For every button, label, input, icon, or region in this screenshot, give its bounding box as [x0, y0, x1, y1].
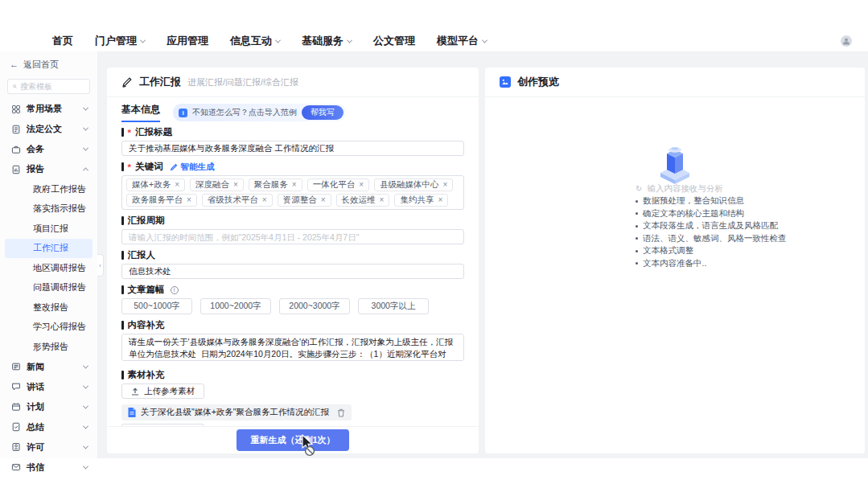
remove-tag-icon[interactable]: × — [187, 196, 191, 204]
sidebar-item-regional-research-report[interactable]: 地区调研报告 — [5, 258, 93, 278]
sidebar-group-letters[interactable]: 书信 — [0, 457, 97, 478]
sidebar-collapse-handle[interactable]: ‹ — [97, 254, 104, 277]
chevron-down-icon — [83, 146, 88, 151]
sidebar-item-learning-report[interactable]: 学习心得报告 — [5, 318, 93, 338]
sidebar-group-news[interactable]: 新闻 — [0, 357, 97, 377]
sidebar-item-project-report[interactable]: 项目汇报 — [5, 219, 93, 239]
nav-item-basic-services[interactable]: 基础服务 — [302, 34, 352, 48]
chevron-down-icon — [140, 37, 146, 43]
keyword-tag[interactable]: 县级融媒体中心× — [374, 178, 453, 191]
smart-generate-link[interactable]: 智能生成 — [170, 162, 214, 173]
nav-item-document-mgmt[interactable]: 公文管理 — [373, 34, 415, 48]
step-item: 确定文本的核心主题和结构 — [636, 207, 787, 220]
app-window: 首页 门户管理 应用管理 信息互动 基础服务 公文管理 模型平台 ← 返回首页 … — [0, 0, 868, 488]
remove-tag-icon[interactable]: × — [262, 196, 267, 204]
chevron-down-icon — [83, 105, 88, 111]
remove-tag-icon[interactable]: × — [321, 196, 326, 204]
sidebar-group-permits[interactable]: 许可 — [0, 437, 97, 457]
bullet-icon — [636, 262, 638, 265]
length-option-1000-2000[interactable]: 1000~2000字 — [200, 298, 271, 314]
work-report-form-card: 工作汇报 进展汇报/问题汇报/综合汇报 基本信息 i 不知道怎么写？点击导入范例… — [107, 68, 479, 453]
length-option-2000-3000[interactable]: 2000~3000字 — [279, 298, 350, 314]
nav-item-model-platform[interactable]: 模型平台 — [437, 34, 487, 48]
person-icon — [842, 37, 850, 45]
keyword-tag[interactable]: 聚合服务× — [249, 178, 302, 191]
remove-tag-icon[interactable]: × — [438, 196, 442, 204]
sidebar-group-speeches[interactable]: 讲话 — [0, 377, 97, 397]
sidebar-group-summaries[interactable]: 总结 — [0, 417, 97, 437]
keyword-tag[interactable]: 集约共享× — [394, 194, 448, 207]
remove-tag-icon[interactable]: × — [292, 181, 297, 189]
file-icon — [128, 408, 136, 417]
sidebar-group-plans[interactable]: 计划 — [0, 397, 97, 417]
help-me-write-button[interactable]: 帮我写 — [302, 105, 343, 120]
report-title-label: * 汇报标题 — [121, 127, 464, 137]
briefcase-icon — [11, 145, 21, 154]
page-subtitle: 进展汇报/问题汇报/综合汇报 — [187, 76, 298, 88]
uploaded-file-chip[interactable]: 关于深化县级"媒体+政务"聚合服务工作情况的汇报 — [121, 404, 352, 420]
calendar-icon — [11, 402, 21, 412]
preview-icon — [500, 76, 511, 88]
nav-item-info-interaction[interactable]: 信息互动 — [230, 34, 280, 48]
upload-reference-material-button[interactable]: 上传参考素材 — [121, 383, 204, 399]
search-input[interactable] — [20, 82, 84, 91]
sidebar-group-meetings[interactable]: 会务 — [0, 139, 97, 159]
chevron-down-icon — [83, 403, 88, 408]
remove-tag-icon[interactable]: × — [359, 181, 364, 189]
keyword-tag[interactable]: 长效运维× — [336, 194, 390, 207]
report-period-input[interactable] — [121, 229, 464, 244]
reporter-input[interactable] — [121, 264, 464, 279]
sidebar-group-reports[interactable]: 报告 — [0, 159, 97, 179]
keyword-tag[interactable]: 省级技术平台× — [202, 194, 273, 207]
keyword-tag[interactable]: 一体化平台× — [307, 178, 369, 191]
sidebar-item-issue-research-report[interactable]: 问题调研报告 — [5, 278, 93, 298]
sidebar-item-rectification-report[interactable]: 整改报告 — [5, 297, 93, 318]
nav-item-home[interactable]: 首页 — [52, 34, 73, 48]
keyword-tag[interactable]: 资源整合× — [278, 194, 331, 207]
user-avatar[interactable] — [841, 35, 852, 47]
chevron-up-icon — [83, 167, 88, 173]
length-option-3000-plus[interactable]: 3000字以上 — [358, 298, 429, 314]
keyword-tag[interactable]: 深度融合× — [190, 178, 244, 191]
delete-icon[interactable] — [337, 408, 345, 417]
remove-tag-icon[interactable]: × — [175, 181, 179, 189]
sidebar-item-situation-report[interactable]: 形势报告 — [5, 337, 93, 357]
bullet-icon — [636, 212, 638, 215]
info-circle-icon: i — [171, 286, 179, 294]
remove-tag-icon[interactable]: × — [233, 181, 238, 189]
sidebar-item-implementation-report[interactable]: 落实指示报告 — [5, 199, 93, 219]
form-card-header: 工作汇报 进展汇报/问题汇报/综合汇报 — [107, 68, 479, 97]
step-item: 文本内容准备中.. — [636, 257, 787, 270]
sidebar-group-common-scenes[interactable]: 常用场景 — [0, 99, 97, 119]
report-period-label: 汇报周期 — [121, 215, 464, 226]
form-card-footer: 重新生成（还剩1次） — [107, 426, 479, 453]
preview-body: ↻ 输入内容接收与分析 数据预处理，整合知识信息 确定文本的核心主题和结构 文本… — [485, 97, 865, 453]
sidebar-item-government-work-report[interactable]: 政府工作报告 — [5, 179, 93, 199]
template-search[interactable] — [7, 79, 90, 94]
edit-icon — [121, 76, 133, 88]
page-title: 工作汇报 — [139, 75, 181, 89]
nav-item-portal-mgmt[interactable]: 门户管理 — [95, 34, 145, 48]
report-title-input[interactable] — [121, 141, 464, 156]
regenerate-button[interactable]: 重新生成（还剩1次） — [237, 429, 348, 451]
remove-tag-icon[interactable]: × — [380, 196, 385, 204]
chevron-down-icon — [83, 363, 88, 368]
remove-tag-icon[interactable]: × — [443, 181, 448, 189]
back-to-home[interactable]: ← 返回首页 — [0, 51, 97, 72]
bullet-icon — [636, 250, 638, 252]
sidebar-group-legal-docs[interactable]: 法定公文 — [0, 119, 97, 139]
info-icon: i — [179, 109, 187, 117]
chevron-down-icon — [482, 37, 487, 43]
keyword-tag[interactable]: 政务服务平台× — [126, 194, 197, 207]
import-example-banner[interactable]: i 不知道怎么写？点击导入范例 帮我写 — [173, 104, 346, 121]
keywords-tags-box[interactable]: 媒体+政务× 深度融合× 聚合服务× 一体化平台× 县级融媒体中心× 政务服务平… — [121, 175, 464, 210]
length-option-500-1000[interactable]: 500~1000字 — [121, 298, 192, 314]
keyword-tag[interactable]: 媒体+政务× — [126, 178, 185, 191]
content-supplement-label: 内容补充 — [121, 320, 464, 330]
content-supplement-textarea[interactable]: 请生成一份关于'县级媒体与政务服务深度融合'的工作汇报，汇报对象为上级主任，汇报… — [121, 334, 464, 361]
sidebar-item-work-report[interactable]: 工作汇报 — [5, 239, 93, 259]
step-item: 文本格式调整 — [636, 245, 787, 258]
tab-basic-info[interactable]: 基本信息 — [121, 103, 160, 122]
search-icon — [13, 83, 17, 90]
nav-item-app-mgmt[interactable]: 应用管理 — [167, 34, 208, 48]
